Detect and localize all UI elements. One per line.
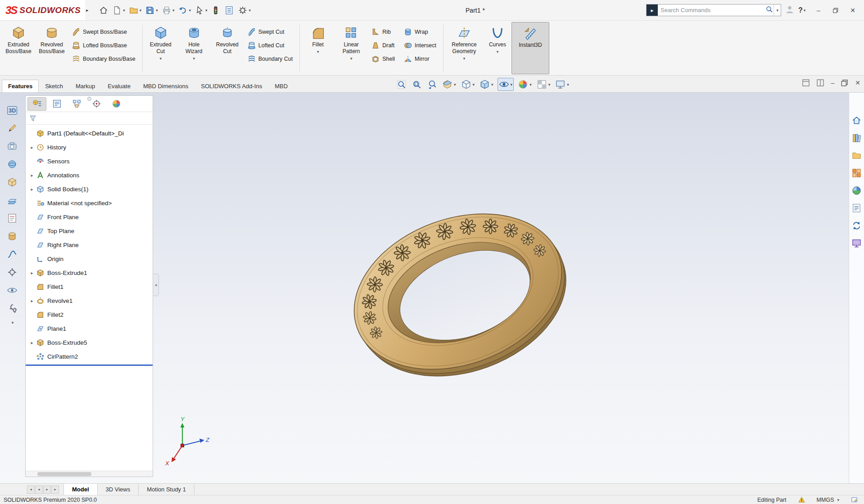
tree-item-history[interactable]: ▸ History xyxy=(26,140,153,154)
instant3d-button[interactable]: Instant3D xyxy=(511,22,549,74)
design-library-button[interactable] xyxy=(851,132,863,144)
property-manager-tab[interactable] xyxy=(47,97,66,111)
new-document-button[interactable]: ▾ xyxy=(111,3,127,18)
mirror-button[interactable]: Mirror xyxy=(402,53,438,65)
units-selector[interactable]: MMGS ▾ xyxy=(817,497,839,503)
tree-item-right-plane[interactable]: Right Plane xyxy=(26,238,153,252)
lofted-cut-button[interactable]: Lofted Cut xyxy=(246,39,294,51)
custom-properties-button[interactable] xyxy=(851,202,863,214)
expand-arrow-icon[interactable]: ▸ xyxy=(28,270,36,275)
tab-features[interactable]: Features xyxy=(2,80,39,92)
options-button[interactable]: ▾ xyxy=(236,3,252,18)
expand-arrow-icon[interactable]: ▸ xyxy=(28,340,36,345)
view-orientation-button[interactable]: ▾ xyxy=(460,78,476,90)
cylinder-tool-button[interactable] xyxy=(6,230,18,242)
tree-item-fillet2[interactable]: Fillet2 xyxy=(26,308,153,322)
tree-item-annotations[interactable]: ▸ Annotations xyxy=(26,168,153,182)
chevron-down-icon[interactable]: ▾ xyxy=(140,8,142,13)
revolved-boss-base-button[interactable]: RevolvedBoss/Base xyxy=(35,22,68,74)
tree-filter-bar[interactable] xyxy=(26,112,153,125)
camera-button[interactable] xyxy=(6,140,18,152)
tree-item-sensors[interactable]: Sensors xyxy=(26,154,153,168)
chevron-down-icon[interactable]: ▾ xyxy=(156,8,158,13)
chevron-down-icon[interactable]: ▾ xyxy=(529,82,532,87)
open-document-button[interactable]: ▾ xyxy=(127,3,143,18)
viewport-canvas[interactable]: Y Z X xyxy=(154,93,849,483)
spline-tool-button[interactable] xyxy=(6,248,18,260)
hide-show-items-button[interactable]: ▾ xyxy=(498,78,514,91)
tab-3d-views[interactable]: 3D Views xyxy=(98,484,139,495)
undo-button[interactable]: ▾ xyxy=(176,3,192,18)
apply-scene-button[interactable]: ▾ xyxy=(536,78,552,90)
tree-item-revolve1[interactable]: ▸ Revolve1 xyxy=(26,294,153,308)
chevron-down-icon[interactable]: ▾ xyxy=(548,82,551,87)
chevron-down-icon[interactable]: ▾ xyxy=(317,50,319,54)
tree-item-fillet1[interactable]: Fillet1 xyxy=(26,280,153,294)
lofted-boss-base-button[interactable]: Lofted Boss/Base xyxy=(70,39,137,51)
wrap-button[interactable]: Wrap xyxy=(402,26,438,38)
tree-item-origin[interactable]: Origin xyxy=(26,252,153,266)
shell-button[interactable]: Shell xyxy=(370,53,397,65)
search-commands-box[interactable]: ▸ ▾ xyxy=(646,4,781,16)
wrench-tool-button[interactable] xyxy=(6,302,18,314)
print-button[interactable]: ▾ xyxy=(160,3,176,18)
chevron-down-icon[interactable]: ▾ xyxy=(774,4,781,16)
tree-item-plane1[interactable]: Plane1 xyxy=(26,322,153,336)
chevron-down-icon[interactable]: ▾ xyxy=(189,8,191,13)
search-input[interactable] xyxy=(658,7,765,14)
tree-item-boss-extrude5[interactable]: ▸ Boss-Extrude5 xyxy=(26,336,153,350)
panel-splitter-grip[interactable] xyxy=(87,97,91,101)
appearances-scenes-button[interactable] xyxy=(851,184,863,196)
reference-geometry-button[interactable]: ReferenceGeometry ▾ xyxy=(445,22,484,74)
display-manager-tab[interactable] xyxy=(107,97,126,111)
previous-tab-button[interactable]: ◂ xyxy=(35,486,43,494)
revolved-cut-button[interactable]: RevolvedCut xyxy=(211,22,244,74)
viewport[interactable]: Y Z X xyxy=(154,93,849,483)
eye-tool-button[interactable] xyxy=(6,284,18,296)
remote-session-button[interactable] xyxy=(851,237,863,249)
tree-horizontal-scrollbar[interactable] xyxy=(26,471,153,477)
chevron-down-icon[interactable]: ▾ xyxy=(497,50,499,54)
tile-windows-icon[interactable] xyxy=(816,79,824,87)
doc-restore-button[interactable] xyxy=(841,79,849,87)
boundary-cut-button[interactable]: Boundary Cut xyxy=(246,53,294,65)
close-button[interactable]: ✕ xyxy=(846,4,859,17)
draft-button[interactable]: Draft xyxy=(370,39,397,51)
intersect-button[interactable]: Intersect xyxy=(402,39,438,51)
edit-appearance-button[interactable]: ▾ xyxy=(517,78,533,90)
view-settings-button[interactable]: ▾ xyxy=(554,78,570,90)
ring-model[interactable] xyxy=(332,186,588,404)
search-icon[interactable] xyxy=(765,5,774,15)
cube-tool-button[interactable] xyxy=(6,176,18,188)
chevron-down-icon[interactable]: ▾ xyxy=(454,82,456,87)
gear-tool-button[interactable] xyxy=(6,266,18,278)
extruded-boss-base-button[interactable]: ExtrudedBoss/Base xyxy=(2,22,35,74)
chevron-down-icon[interactable]: ▾ xyxy=(159,56,162,61)
boundary-boss-base-button[interactable]: Boundary Boss/Base xyxy=(70,53,137,65)
tree-item-boss-extrude1[interactable]: ▸ Boss-Extrude1 xyxy=(26,266,153,280)
file-properties-button[interactable] xyxy=(223,3,235,18)
sphere-tool-button[interactable] xyxy=(6,158,18,170)
tree-item-front-plane[interactable]: Front Plane xyxy=(26,210,153,224)
file-explorer-button[interactable] xyxy=(851,149,863,161)
chevron-down-icon[interactable]: ▾ xyxy=(473,82,475,87)
save-button[interactable]: ▾ xyxy=(144,3,159,18)
configuration-manager-tab[interactable] xyxy=(67,97,86,111)
chevron-down-icon[interactable]: ▾ xyxy=(172,8,175,13)
solidworks-resources-button[interactable] xyxy=(851,114,863,126)
chevron-down-icon[interactable]: ▾ xyxy=(205,8,208,13)
doc-close-button[interactable]: ✕ xyxy=(855,79,860,86)
feature-manager-tab[interactable] xyxy=(27,97,46,111)
tab-solidworks-add-ins[interactable]: SOLIDWORKS Add-Ins xyxy=(195,80,268,92)
section-view-button[interactable]: ▾ xyxy=(441,78,457,90)
last-tab-button[interactable]: ▸ xyxy=(51,486,59,494)
layers-tool-button[interactable] xyxy=(6,194,18,206)
tree-item-solid-bodies[interactable]: ▸ Solid Bodies(1) xyxy=(26,182,153,196)
chevron-down-icon[interactable]: ▾ xyxy=(249,8,251,13)
note-tool-button[interactable] xyxy=(6,212,18,224)
user-account-icon[interactable] xyxy=(785,4,795,16)
mbd-3d-views-button[interactable]: 3D xyxy=(6,104,18,116)
extruded-cut-button[interactable]: ExtrudedCut ▾ xyxy=(144,22,177,74)
tab-mbd[interactable]: MBD xyxy=(268,80,294,92)
help-button[interactable]: ?▾ xyxy=(798,5,808,15)
